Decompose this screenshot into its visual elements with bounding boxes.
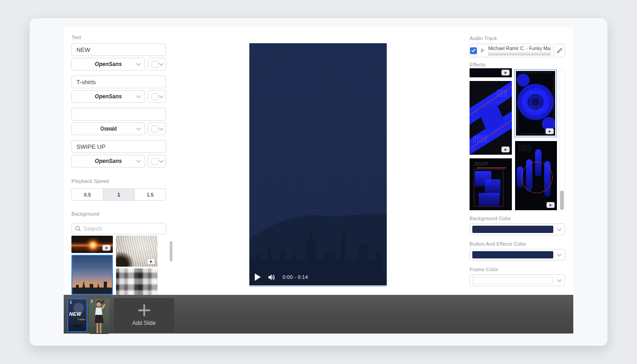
slide-thumbnail-1-selected[interactable]: 1 NEW T-shirts — [67, 298, 87, 332]
background-section-label: Background — [71, 211, 99, 217]
play-badge-icon — [546, 128, 554, 134]
slide-subtitle: T-shirts — [78, 318, 85, 321]
audio-track-title: Michael Ramir C. - Funky Martian — [488, 46, 551, 51]
background-color-label: Background Color — [470, 216, 511, 221]
play-badge-icon — [102, 245, 111, 251]
video-time: 0:00 - 0:14 — [283, 274, 308, 280]
effects-label: Effects — [470, 62, 485, 67]
chevron-down-icon — [159, 126, 163, 130]
effect-blocks-graphic — [470, 158, 512, 210]
font-name: Oswald — [100, 126, 116, 132]
text-color-picker-3[interactable] — [148, 122, 166, 135]
city-skyline-graphic — [72, 278, 112, 294]
speed-option-1-selected[interactable]: 1 — [103, 189, 135, 200]
effect-thumbnail-partial[interactable] — [470, 68, 512, 77]
effects-scrollbar — [559, 68, 565, 210]
color-swatch — [152, 61, 158, 68]
background-color-swatch — [472, 226, 553, 233]
background-video-fur[interactable] — [116, 236, 157, 267]
effect-thumbnail-circles-selected[interactable] — [514, 69, 557, 137]
play-badge-icon — [147, 258, 155, 264]
text-color-picker-2[interactable] — [148, 90, 166, 103]
chevron-down-icon — [136, 61, 141, 66]
color-swatch — [152, 93, 158, 100]
text-field-1[interactable] — [71, 43, 166, 56]
slide-number: 2 — [91, 299, 93, 303]
background-image-city-sunset-selected[interactable] — [71, 255, 113, 295]
right-panel: Audio Track Michael Ramir C. - Funky Mar… — [470, 27, 565, 295]
background-color-select[interactable] — [470, 223, 565, 235]
audio-track-label: Audio Track — [470, 35, 497, 41]
check-icon — [471, 49, 475, 52]
text-color-picker-1[interactable] — [148, 58, 166, 71]
font-name: OpenSans — [95, 158, 121, 164]
slide-title: NEW — [69, 311, 81, 317]
frame-color-label: Frame Color — [470, 267, 498, 272]
chevron-down-icon — [136, 126, 141, 130]
audio-play-icon[interactable] — [481, 48, 485, 53]
chevron-down-icon — [557, 226, 562, 231]
effect-thumbnail-diagonals[interactable] — [470, 81, 512, 155]
effect-thumbnail-blocks[interactable] — [470, 158, 512, 210]
button-effects-color-swatch — [472, 251, 553, 258]
playback-speed-label: Playback Speed — [71, 178, 109, 184]
effect-diagonals-graphic — [470, 81, 512, 155]
audio-track-box: Michael Ramir C. - Funky Martian — [470, 44, 551, 57]
tiles-graphic — [116, 268, 157, 295]
background-search[interactable] — [71, 223, 166, 234]
speed-option-05[interactable]: 0.5 — [72, 189, 103, 200]
font-select-4[interactable]: OpenSans — [71, 155, 145, 167]
background-image-tiles[interactable] — [116, 268, 157, 295]
frame-color-select[interactable] — [470, 274, 565, 286]
effects-scrollbar-thumb[interactable] — [560, 191, 564, 210]
effect-thumbnail-bars[interactable] — [515, 141, 557, 210]
volume-icon[interactable] — [268, 274, 275, 281]
slide-model-graphic — [89, 298, 109, 334]
slides-bar: 1 NEW T-shirts 2 Add Slide — [64, 295, 573, 334]
text-section-label: Text — [71, 35, 81, 40]
font-name: OpenSans — [95, 61, 121, 67]
text-field-4[interactable] — [71, 140, 166, 153]
slide-thumbnail-2[interactable]: 2 — [89, 298, 109, 334]
plus-icon — [138, 304, 150, 316]
text-field-2[interactable] — [71, 76, 166, 88]
background-scrollbar-thumb[interactable] — [170, 241, 172, 262]
left-panel: Text OpenSans OpenSans — [71, 27, 166, 295]
add-slide-label: Add Slide — [132, 320, 156, 326]
play-badge-icon — [501, 70, 510, 76]
play-badge-icon — [546, 202, 555, 208]
audio-edit-button[interactable] — [553, 44, 565, 57]
chevron-down-icon — [136, 158, 141, 162]
background-search-input[interactable] — [83, 225, 162, 232]
color-swatch — [152, 158, 158, 165]
font-select-3[interactable]: Oswald — [71, 122, 145, 135]
audio-enabled-checkbox[interactable] — [470, 44, 477, 57]
chevron-down-icon — [159, 61, 163, 66]
audio-waveform — [488, 52, 551, 56]
color-swatch — [152, 126, 158, 132]
text-field-3[interactable] — [71, 108, 166, 121]
video-progress-bar[interactable] — [249, 285, 387, 287]
font-select-2[interactable]: OpenSans — [71, 90, 145, 103]
slide-cta-box — [73, 324, 81, 328]
editor-card: Text OpenSans OpenSans — [30, 18, 607, 346]
playback-speed-group: 0.5 1 1.5 — [71, 188, 166, 201]
effects-list — [470, 68, 565, 210]
slide-number: 1 — [70, 300, 72, 304]
font-select-1[interactable]: OpenSans — [71, 58, 145, 71]
video-controls: 0:00 - 0:14 — [249, 269, 387, 285]
effect-circles-graphic — [515, 70, 556, 136]
chevron-down-icon — [159, 158, 163, 162]
background-video-sunset-street[interactable] — [71, 236, 113, 253]
audio-track-row: Michael Ramir C. - Funky Martian — [470, 44, 565, 57]
add-slide-button[interactable]: Add Slide — [114, 298, 174, 332]
search-icon — [75, 226, 81, 232]
pencil-icon — [556, 48, 562, 54]
text-color-picker-4[interactable] — [148, 155, 166, 167]
background-thumbnails — [71, 236, 174, 295]
button-effects-color-select[interactable] — [470, 249, 565, 261]
play-icon[interactable] — [255, 273, 261, 281]
speed-option-15[interactable]: 1.5 — [135, 189, 166, 200]
video-preview[interactable]: 0:00 - 0:14 — [249, 43, 387, 287]
editor-content: Text OpenSans OpenSans — [64, 27, 573, 295]
